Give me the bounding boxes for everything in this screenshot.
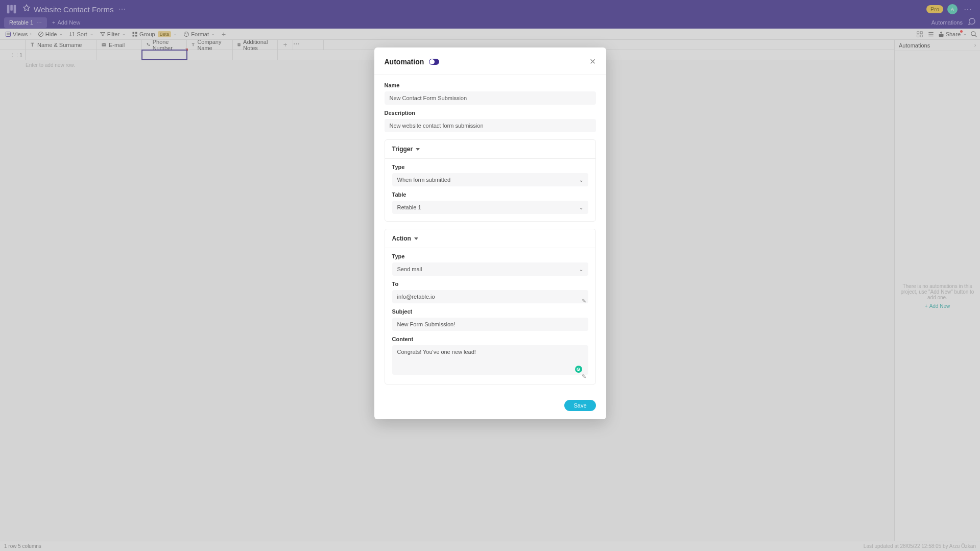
trigger-label: Trigger — [392, 146, 413, 153]
modal-overlay[interactable]: Automation × Name Description Trigger Ty… — [0, 0, 980, 551]
content-textarea[interactable] — [392, 345, 588, 375]
action-type-label: Type — [392, 253, 588, 259]
chevron-down-icon: ⌄ — [579, 267, 583, 272]
description-input[interactable] — [385, 119, 596, 132]
trigger-section: Trigger Type When form submitted ⌄ Table… — [385, 139, 596, 222]
modal-header: Automation × — [374, 47, 606, 75]
action-header[interactable]: Action — [385, 229, 595, 248]
trigger-header[interactable]: Trigger — [385, 140, 595, 159]
triangle-down-icon — [414, 237, 418, 240]
action-section: Action Type Send mail ⌄ To ✎ Subject — [385, 229, 596, 385]
trigger-type-select[interactable]: When form submitted ⌄ — [392, 173, 588, 186]
content-label: Content — [392, 336, 588, 342]
automation-toggle[interactable] — [429, 59, 439, 65]
edit-pencil-icon[interactable]: ✎ — [582, 373, 586, 380]
subject-input[interactable] — [392, 318, 588, 331]
description-label: Description — [385, 110, 596, 116]
triangle-down-icon — [416, 148, 420, 151]
select-value: Retable 1 — [397, 204, 421, 210]
trigger-table-select[interactable]: Retable 1 ⌄ — [392, 201, 588, 214]
modal-title: Automation — [385, 58, 424, 66]
chevron-down-icon: ⌄ — [579, 177, 583, 183]
action-type-select[interactable]: Send mail ⌄ — [392, 262, 588, 276]
to-input[interactable] — [392, 290, 588, 303]
action-label: Action — [392, 235, 411, 242]
grammarly-icon[interactable]: G — [575, 366, 582, 373]
select-value: Send mail — [397, 266, 422, 272]
name-input[interactable] — [385, 91, 596, 105]
automation-modal: Automation × Name Description Trigger Ty… — [374, 47, 606, 419]
modal-footer: Save — [374, 394, 606, 419]
chevron-down-icon: ⌄ — [579, 205, 583, 210]
close-icon[interactable]: × — [590, 56, 596, 67]
subject-label: Subject — [392, 308, 588, 315]
trigger-table-label: Table — [392, 191, 588, 198]
name-label: Name — [385, 82, 596, 88]
trigger-type-label: Type — [392, 164, 588, 170]
edit-pencil-icon[interactable]: ✎ — [582, 298, 586, 304]
to-label: To — [392, 281, 588, 287]
save-button[interactable]: Save — [564, 400, 595, 411]
select-value: When form submitted — [397, 177, 451, 183]
